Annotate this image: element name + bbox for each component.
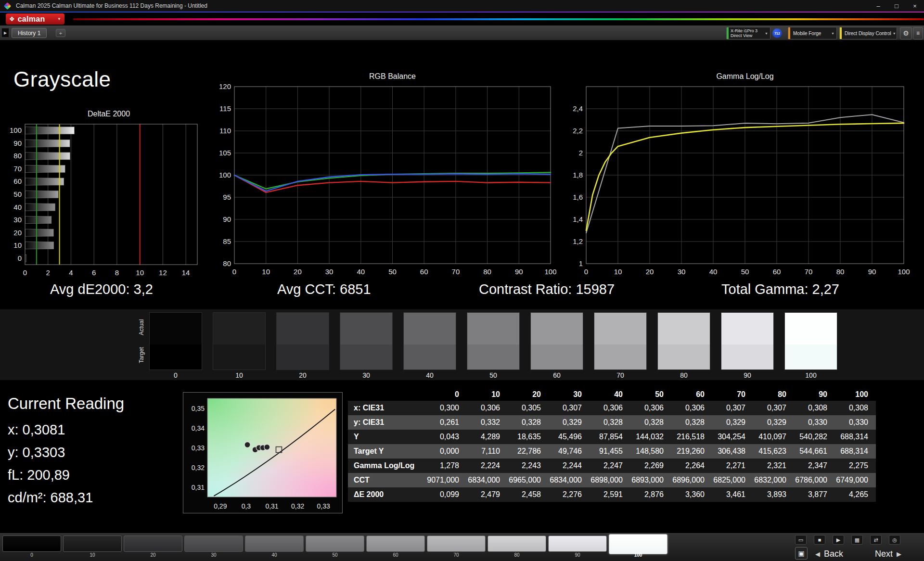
play-icon[interactable]: ▶ [833, 535, 844, 545]
svg-text:0,29: 0,29 [214, 502, 227, 510]
svg-text:50: 50 [741, 268, 749, 276]
swatch-label: 0 [149, 371, 202, 379]
workflow-options-button[interactable]: ≡ [913, 27, 923, 39]
gray-swatch-100: 100 [784, 312, 837, 379]
table-cell: 0,329 [549, 418, 590, 427]
pattern-level-40-button[interactable]: 40 [245, 536, 304, 558]
pattern-level-label: 100 [609, 552, 667, 558]
table-cell: 2,224 [467, 461, 508, 470]
save-icon[interactable]: ▦ [851, 535, 863, 545]
display-control-dropdown[interactable]: Direct Display Control ▼ [839, 27, 897, 39]
pattern-level-label: 40 [245, 552, 304, 558]
contrast-ratio-stat: Contrast Ratio: 15987 [479, 281, 615, 297]
actual-swatch [467, 313, 519, 344]
table-row: y: CIE310,2610,3320,3280,3290,3280,3280,… [348, 415, 876, 430]
table-row: Y0,0434,28918,63545,49687,854144,032216,… [348, 430, 876, 444]
pattern-level-80-button[interactable]: 80 [488, 536, 546, 558]
sync-icon[interactable]: ⇄ [870, 535, 882, 545]
svg-text:2,2: 2,2 [573, 127, 583, 135]
source-dropdown[interactable]: Mobile Forge ▼ [788, 27, 837, 39]
table-cell: 219,260 [671, 447, 712, 456]
add-tab-button[interactable]: + [56, 29, 65, 37]
table-cell: 2,247 [590, 461, 630, 470]
cie-chromaticity-panel: 0,290,30,310,320,330,350,340,330,320,31 [183, 392, 343, 513]
table-cell: 0,306 [590, 404, 630, 412]
table-cell: 410,097 [753, 433, 794, 441]
swatch-label: 80 [657, 371, 710, 379]
pattern-level-90-button[interactable]: 90 [548, 536, 607, 558]
tab-history-1[interactable]: History 1 [12, 28, 47, 38]
table-cell: 2,264 [671, 461, 712, 470]
pattern-window-button[interactable]: ▣ [795, 547, 808, 560]
calman-wordmark: calman [18, 15, 54, 24]
reading-cdm2: cd/m²: 688,31 [8, 490, 93, 506]
table-cell: 0,329 [753, 418, 794, 427]
svg-text:0,31: 0,31 [192, 484, 205, 491]
swatch-label: 60 [530, 371, 583, 379]
table-cell: 2,458 [508, 490, 549, 499]
pattern-level-0-button[interactable]: 0 [2, 536, 61, 558]
table-cell: 0,306 [630, 404, 671, 412]
avg-cct-stat: Avg CCT: 6851 [277, 281, 371, 297]
gray-swatch-10: 10 [213, 312, 266, 379]
table-row: x: CIE310,3000,3060,3050,3070,3060,3060,… [348, 401, 876, 415]
table-cell: 148,580 [630, 447, 671, 456]
target-swatch [340, 344, 392, 370]
reading-y: y: 0,3303 [8, 445, 65, 460]
svg-text:80: 80 [223, 259, 231, 268]
svg-text:105: 105 [219, 149, 231, 157]
maximize-button[interactable]: □ [887, 0, 906, 12]
svg-text:0: 0 [23, 268, 27, 277]
actual-swatch [213, 313, 265, 344]
table-cell: 0,328 [671, 418, 712, 427]
svg-text:2: 2 [46, 268, 50, 277]
calman-menu-button[interactable]: ❖ calman ▼ [6, 13, 64, 25]
pattern-level-30-button[interactable]: 30 [184, 536, 243, 558]
meter-dropdown[interactable]: X-Rite i1Pro 3 Direct View ▼ [726, 27, 770, 39]
pattern-level-20-button[interactable]: 20 [124, 536, 182, 558]
back-button[interactable]: ◀ Back [815, 548, 843, 560]
column-header: 80 [753, 390, 794, 399]
toolbar: ▶ History 1 + X-Rite i1Pro 3 Direct View… [0, 26, 924, 40]
svg-text:50: 50 [13, 190, 22, 198]
display-capture-icon[interactable]: ▭ [795, 535, 807, 545]
pattern-level-60-button[interactable]: 60 [366, 536, 425, 558]
minimize-button[interactable]: – [869, 0, 887, 12]
grayscale-swatch-strip: Actual Target 0102030405060708090100 [0, 309, 924, 380]
table-cell: 216,518 [671, 433, 712, 441]
gray-swatch-90: 90 [721, 312, 774, 379]
record-icon[interactable]: ◎ [889, 535, 900, 545]
table-cell: 18,635 [508, 433, 549, 441]
next-button[interactable]: Next ▶ [875, 548, 901, 560]
column-header: 0 [426, 390, 467, 399]
table-cell: 4,289 [467, 433, 508, 441]
pattern-level-10-button[interactable]: 10 [63, 536, 122, 558]
table-cell: 2,347 [794, 461, 835, 470]
pattern-level-100-button[interactable]: 100 [609, 536, 667, 558]
table-row: Target Y0,0007,11022,78649,74691,455148,… [348, 444, 876, 459]
swatch-label: 20 [276, 371, 329, 379]
gray-swatch-0: 0 [149, 312, 202, 379]
actual-swatch [340, 313, 392, 344]
table-cell: 144,032 [630, 433, 671, 441]
table-cell: 306,438 [712, 447, 753, 456]
column-header: 70 [712, 390, 753, 399]
table-cell: 9071,000 [426, 476, 467, 484]
settings-gear-button[interactable]: ⚙ [900, 27, 912, 39]
pattern-level-70-button[interactable]: 70 [427, 536, 486, 558]
pattern-level-50-button[interactable]: 50 [306, 536, 364, 558]
panel-toggle-button[interactable]: ▶ [1, 28, 9, 38]
gray-swatch-60: 60 [530, 312, 583, 379]
stop-icon[interactable]: ■ [814, 535, 825, 545]
close-button[interactable]: × [906, 0, 924, 12]
svg-text:50: 50 [388, 268, 397, 276]
svg-text:1,6: 1,6 [573, 193, 583, 201]
column-header: 90 [794, 390, 835, 399]
svg-text:2,4: 2,4 [573, 104, 583, 113]
rgb-balance-chart: 0102030405060708090100808590951001051101… [212, 84, 556, 279]
svg-text:0: 0 [584, 268, 588, 276]
table-cell: 87,854 [590, 433, 630, 441]
table-cell: 0,306 [671, 404, 712, 412]
table-cell: 0,332 [467, 418, 508, 427]
svg-text:0: 0 [18, 254, 22, 262]
